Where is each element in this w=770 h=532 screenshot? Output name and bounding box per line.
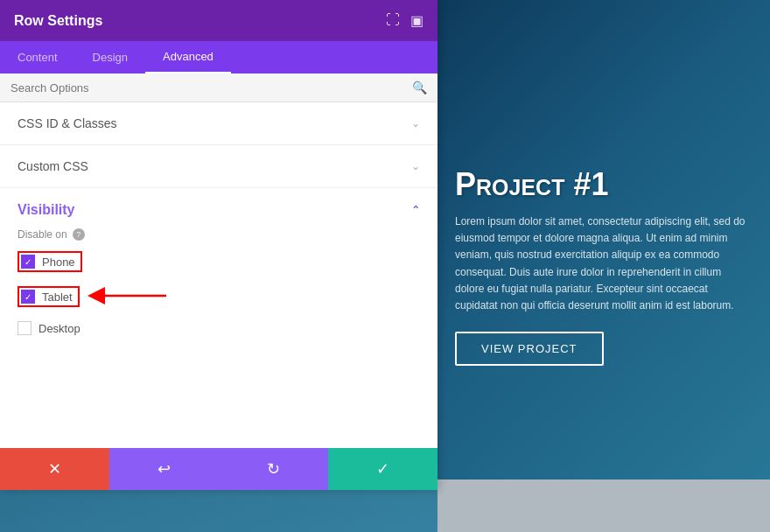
help-icon[interactable]: ? (73, 228, 85, 241)
checkbox-phone-item: Phone (18, 251, 82, 272)
visibility-chevron: ⌃ (411, 204, 420, 216)
custom-css-label: Custom CSS (18, 159, 88, 173)
gray-strip (438, 480, 770, 532)
visibility-section: Visibility ⌃ Disable on ? Phone (0, 188, 438, 360)
css-id-classes-header[interactable]: CSS ID & Classes ⌄ (0, 102, 438, 144)
visibility-label: Visibility (18, 202, 75, 218)
desktop-checkbox-wrapper[interactable] (18, 321, 32, 335)
css-id-classes-chevron: ⌄ (411, 117, 420, 130)
fullscreen-icon[interactable]: ⛶ (386, 12, 400, 29)
panel-title: Row Settings (14, 13, 102, 29)
desktop-label: Desktop (38, 322, 80, 335)
phone-checkbox-wrapper[interactable] (21, 255, 35, 269)
project-description: Lorem ipsum dolor sit amet, consectetur … (455, 214, 752, 314)
visibility-title: Visibility ⌃ (18, 188, 420, 228)
phone-label: Phone (42, 256, 75, 269)
tab-design[interactable]: Design (75, 42, 145, 73)
panel-body: CSS ID & Classes ⌄ Custom CSS ⌄ Visibili… (0, 102, 438, 490)
bottom-toolbar: ✕ ↩ ↻ ✓ (0, 448, 438, 490)
undo-button[interactable]: ↩ (109, 448, 219, 490)
tablet-checkbox-wrapper[interactable] (21, 290, 35, 304)
custom-css-section: Custom CSS ⌄ (0, 145, 438, 188)
tab-advanced[interactable]: Advanced (145, 41, 231, 74)
project-card: Project #1 Lorem ipsum dolor sit amet, c… (455, 166, 752, 366)
panel-header-icons: ⛶ ▣ (386, 12, 424, 29)
tab-content[interactable]: Content (0, 42, 75, 73)
row-settings-panel: Row Settings ⛶ ▣ Content Design Advanced… (0, 0, 438, 490)
checkbox-desktop-item: Desktop (18, 321, 420, 335)
redo-button[interactable]: ↻ (219, 448, 328, 490)
panel-tabs: Content Design Advanced (0, 41, 438, 74)
view-project-button[interactable]: VIEW PROJECT (455, 332, 604, 366)
disable-on-label: Disable on ? (18, 228, 420, 241)
panel-header: Row Settings ⛶ ▣ (0, 0, 438, 41)
css-id-classes-label: CSS ID & Classes (18, 116, 117, 130)
css-id-classes-section: CSS ID & Classes ⌄ (0, 102, 438, 145)
project-showcase: Project #1 Lorem ipsum dolor sit amet, c… (438, 0, 770, 532)
search-bar: 🔍 (0, 74, 438, 102)
disable-on-text: Disable on (18, 228, 67, 241)
sidebar-icon[interactable]: ▣ (410, 12, 424, 29)
project-title: Project #1 (455, 166, 752, 203)
save-button[interactable]: ✓ (328, 448, 438, 490)
tablet-label: Tablet (42, 290, 73, 304)
search-icon: 🔍 (412, 80, 427, 94)
checkbox-tablet-item: Tablet (18, 286, 80, 307)
search-input[interactable] (10, 81, 412, 94)
custom-css-chevron: ⌄ (411, 160, 420, 172)
custom-css-header[interactable]: Custom CSS ⌄ (0, 145, 438, 187)
cancel-button[interactable]: ✕ (0, 448, 109, 490)
